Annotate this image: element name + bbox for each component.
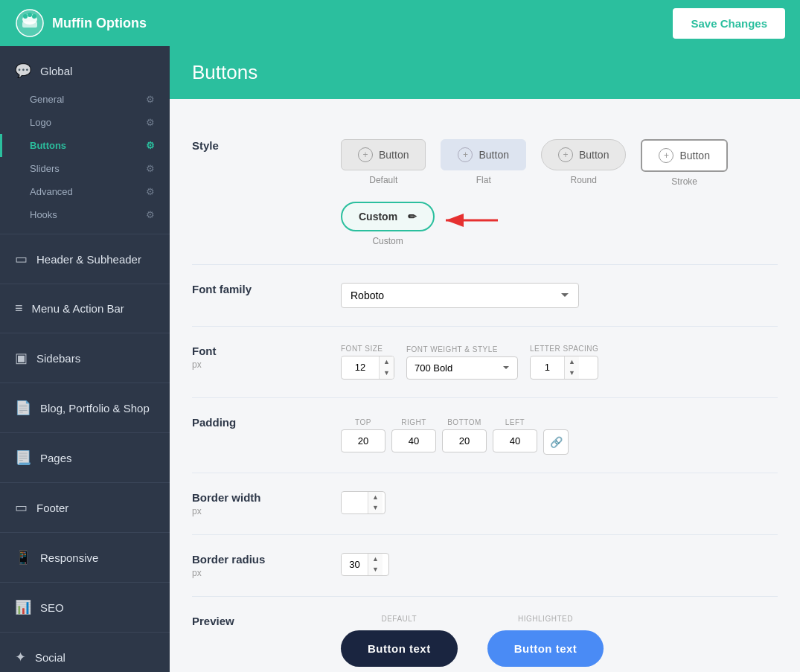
padding-right-group: RIGHT 40 bbox=[391, 418, 436, 452]
padding-top-input[interactable]: 20 bbox=[341, 429, 385, 452]
btn-round-preview[interactable]: + Button bbox=[541, 139, 626, 170]
sidebar-global-label: Global bbox=[40, 65, 72, 77]
btn-default-preview[interactable]: + Button bbox=[341, 139, 426, 170]
sidebar: 💬 Global General ⚙ Logo ⚙ Buttons ⚙ Slid… bbox=[0, 46, 170, 672]
sidebar-item-blog[interactable]: 📄 Blog, Portfolio & Shop bbox=[0, 391, 170, 425]
font-size-label: FONT SIZE bbox=[341, 345, 394, 353]
font-size-down[interactable]: ▼ bbox=[380, 368, 394, 379]
sidebar-item-sidebars[interactable]: ▣ Sidebars bbox=[0, 341, 170, 375]
sidebar-item-advanced[interactable]: Advanced ⚙ bbox=[0, 180, 170, 203]
padding-right-input[interactable]: 40 bbox=[391, 429, 436, 452]
letter-spacing-up[interactable]: ▲ bbox=[565, 356, 579, 368]
sidebar-buttons-label: Buttons bbox=[30, 140, 66, 151]
plus-circle-icon-stroke: + bbox=[659, 148, 673, 163]
preview-area: DEFAULT Button text HIGHLIGHTED Button t… bbox=[341, 615, 778, 667]
btn-custom-preview[interactable]: Custom ✏ bbox=[341, 202, 435, 231]
sidebars-icon: ▣ bbox=[15, 350, 28, 366]
font-weight-select[interactable]: 700 Bold 400 Regular 600 SemiBold bbox=[406, 356, 518, 380]
style-option-round[interactable]: + Button Round bbox=[541, 139, 626, 185]
font-family-section: Font family Roboto Open Sans Lato bbox=[192, 265, 778, 327]
border-radius-up[interactable]: ▲ bbox=[368, 554, 383, 565]
border-radius-input[interactable]: 30 bbox=[342, 554, 368, 575]
btn-flat-preview[interactable]: + Button bbox=[441, 139, 525, 170]
sidebar-item-pages[interactable]: 📃 Pages bbox=[0, 441, 170, 475]
border-radius-main-label: Border radius bbox=[192, 553, 265, 566]
sidebar-social-label: Social bbox=[35, 651, 65, 664]
letter-spacing-group: LETTER SPACING 1 ▲ ▼ bbox=[530, 345, 598, 380]
preview-section: Preview DEFAULT Button text HIGHLIGHTED … bbox=[192, 597, 778, 672]
border-width-content: ▲ ▼ bbox=[341, 491, 778, 515]
border-radius-down[interactable]: ▼ bbox=[368, 564, 383, 575]
sidebar-item-header-subheader[interactable]: ▭ Header & Subheader bbox=[0, 242, 170, 276]
border-width-label: Border width px bbox=[192, 491, 341, 516]
content-area: Buttons Style + Button Default bbox=[170, 46, 800, 672]
padding-right-label: RIGHT bbox=[401, 418, 426, 426]
font-size-input[interactable]: 12 bbox=[342, 357, 379, 377]
sidebar-blog-label: Blog, Portfolio & Shop bbox=[40, 402, 150, 415]
sidebar-item-seo[interactable]: 📊 SEO bbox=[0, 590, 170, 624]
sidebar-menu-label: Menu & Action Bar bbox=[32, 302, 124, 315]
preview-default-button[interactable]: Button text bbox=[341, 630, 458, 667]
style-flat-label: Flat bbox=[476, 175, 491, 185]
font-size-up[interactable]: ▲ bbox=[380, 356, 394, 368]
sidebar-item-responsive[interactable]: 📱 Responsive bbox=[0, 540, 170, 575]
padding-top-group: TOP 20 bbox=[341, 418, 385, 452]
font-weight-label: FONT WEIGHT & STYLE bbox=[406, 345, 518, 353]
btn-stroke-preview[interactable]: + Button bbox=[641, 139, 727, 172]
sidebar-seo-label: SEO bbox=[40, 601, 64, 614]
style-option-default[interactable]: + Button Default bbox=[341, 139, 426, 185]
sidebar-section-blog: 📄 Blog, Portfolio & Shop bbox=[0, 383, 170, 433]
sidebar-footer-label: Footer bbox=[36, 502, 68, 514]
sidebar-item-buttons[interactable]: Buttons ⚙ bbox=[0, 134, 170, 157]
logo-area: Muffin Options bbox=[15, 8, 147, 38]
seo-icon: 📊 bbox=[15, 599, 31, 615]
sidebar-hooks-label: Hooks bbox=[30, 209, 57, 220]
sidebar-item-logo[interactable]: Logo ⚙ bbox=[0, 111, 170, 134]
sidebar-item-general[interactable]: General ⚙ bbox=[0, 88, 170, 111]
sidebar-responsive-label: Responsive bbox=[40, 551, 98, 564]
letter-spacing-spinner: 1 ▲ ▼ bbox=[530, 356, 598, 380]
sidebar-item-footer[interactable]: ▭ Footer bbox=[0, 490, 170, 525]
global-icon: 💬 bbox=[15, 63, 31, 79]
style-round-label: Round bbox=[571, 175, 597, 185]
sidebar-section-responsive: 📱 Responsive bbox=[0, 533, 170, 583]
font-family-content: Roboto Open Sans Lato bbox=[341, 283, 778, 308]
sidebar-item-menu-action-bar[interactable]: ≡ Menu & Action Bar bbox=[0, 292, 170, 325]
style-option-stroke[interactable]: + Button Stroke bbox=[641, 139, 727, 187]
font-controls: FONT SIZE 12 ▲ ▼ FONT WEIGHT & STYLE bbox=[341, 345, 778, 380]
sidebar-section-pages: 📃 Pages bbox=[0, 433, 170, 483]
padding-bottom-input[interactable]: 20 bbox=[442, 429, 487, 452]
font-family-select[interactable]: Roboto Open Sans Lato bbox=[341, 283, 579, 308]
padding-section: Padding TOP 20 RIGHT 40 BOTTOM bbox=[192, 398, 778, 473]
letter-spacing-input[interactable]: 1 bbox=[531, 357, 564, 377]
preview-label: Preview bbox=[192, 615, 341, 627]
style-option-flat[interactable]: + Button Flat bbox=[441, 139, 525, 185]
svg-rect-5 bbox=[22, 22, 37, 28]
sidebar-section-header: ▭ Header & Subheader bbox=[0, 234, 170, 284]
border-radius-spinner: 30 ▲ ▼ bbox=[341, 553, 389, 577]
font-main-label: Font bbox=[192, 345, 216, 357]
sidebar-item-global[interactable]: 💬 Global bbox=[0, 54, 170, 88]
padding-left-group: LEFT 40 bbox=[493, 418, 537, 452]
padding-left-input[interactable]: 40 bbox=[493, 429, 537, 452]
border-width-down[interactable]: ▼ bbox=[368, 502, 383, 513]
border-radius-px-label: px bbox=[192, 568, 202, 578]
plus-circle-icon-round: + bbox=[558, 147, 573, 162]
link-padding-button[interactable]: 🔗 bbox=[543, 429, 569, 455]
sidebar-item-hooks[interactable]: Hooks ⚙ bbox=[0, 203, 170, 226]
preview-highlighted-button[interactable]: Button text bbox=[487, 630, 604, 667]
style-section: Style + Button Default bbox=[192, 121, 778, 265]
sidebar-item-sliders[interactable]: Sliders ⚙ bbox=[0, 157, 170, 180]
btn-round-label: Button bbox=[579, 149, 609, 161]
border-width-up[interactable]: ▲ bbox=[368, 492, 383, 503]
save-changes-button[interactable]: Save Changes bbox=[673, 8, 785, 39]
sidebar-item-social[interactable]: ✦ Social bbox=[0, 640, 170, 672]
letter-spacing-down[interactable]: ▼ bbox=[565, 368, 579, 379]
preview-highlighted-group: HIGHLIGHTED Button text bbox=[487, 615, 604, 667]
red-arrow-custom bbox=[442, 209, 502, 231]
logo-icon bbox=[15, 8, 45, 38]
gear-icon-sliders: ⚙ bbox=[146, 163, 155, 174]
style-option-custom[interactable]: Custom ✏ Custom bbox=[341, 202, 435, 246]
font-section: Font px FONT SIZE 12 ▲ ▼ bbox=[192, 327, 778, 398]
border-width-input[interactable] bbox=[342, 493, 368, 513]
